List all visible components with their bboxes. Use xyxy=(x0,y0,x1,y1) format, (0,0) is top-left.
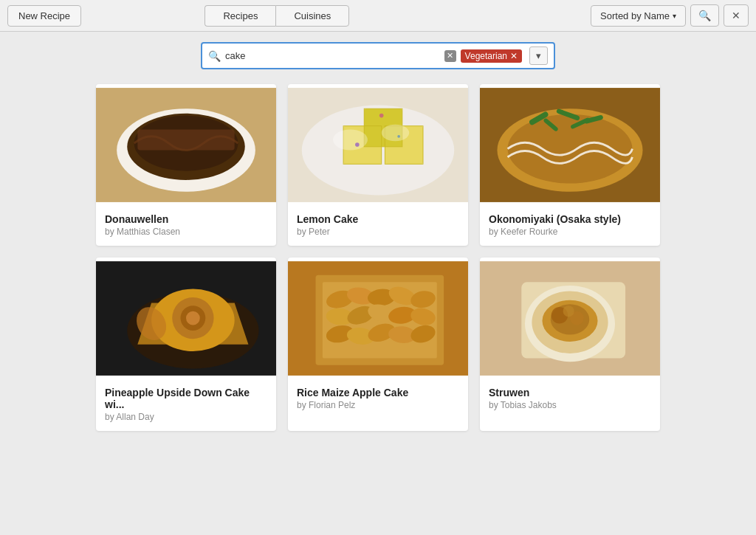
new-recipe-button[interactable]: New Recipe xyxy=(7,5,81,27)
recipe-image-ricemaize xyxy=(288,258,468,379)
recipe-name-ricemaize: Rice Maize Apple Cake xyxy=(297,387,459,398)
recipe-name-okonomiyaki: Okonomiyaki (Osaka style) xyxy=(489,213,651,225)
clear-search-button[interactable]: ✕ xyxy=(444,50,456,62)
recipe-author-ricemaize: by Florian Pelz xyxy=(297,400,459,410)
svg-point-13 xyxy=(333,129,368,150)
tab-recipes[interactable]: Recipes xyxy=(205,5,275,27)
search-bar: 🔍 ✕ Vegetarian ✕ ▾ xyxy=(201,42,555,69)
filter-dropdown-button[interactable]: ▾ xyxy=(529,46,548,65)
search-icon: 🔍 xyxy=(698,10,711,21)
svg-point-15 xyxy=(355,142,360,147)
recipe-name-struwen: Struwen xyxy=(489,387,651,398)
recipe-image-donauwellen xyxy=(96,84,276,206)
recipe-name-pineapple: Pineapple Upside Down Cake wi... xyxy=(105,387,267,410)
close-icon: ✕ xyxy=(732,10,740,21)
toolbar: New Recipe Recipes Cuisines Sorted by Na… xyxy=(0,0,756,32)
recipe-name-donauwellen: Donauwellen xyxy=(105,213,267,225)
svg-point-59 xyxy=(563,306,574,317)
svg-rect-4 xyxy=(137,129,234,150)
chevron-down-icon: ▾ xyxy=(673,12,676,20)
recipe-card-ricemaize[interactable]: Rice Maize Apple Cake by Florian Pelz xyxy=(288,258,468,431)
recipe-author-okonomiyaki: by Keefer Rourke xyxy=(489,227,651,237)
recipe-info-lemoncake: Lemon Cake by Peter xyxy=(288,206,468,246)
filter-tag-remove-button[interactable]: ✕ xyxy=(510,52,518,61)
sort-label: Sorted by Name xyxy=(600,10,670,21)
recipe-image-struwen xyxy=(480,258,660,379)
recipe-image-lemoncake xyxy=(288,84,468,206)
svg-point-14 xyxy=(382,125,410,142)
recipe-image-pineapple xyxy=(96,258,276,379)
recipe-info-struwen: Struwen by Tobias Jakobs xyxy=(480,379,660,419)
svg-point-20 xyxy=(508,114,633,184)
recipe-card-lemoncake[interactable]: Lemon Cake by Peter xyxy=(288,84,468,246)
sort-button[interactable]: Sorted by Name ▾ xyxy=(591,5,686,27)
recipe-info-pineapple: Pineapple Upside Down Cake wi... by Alla… xyxy=(96,379,276,431)
nav-tabs: Recipes Cuisines xyxy=(205,5,349,27)
close-button[interactable]: ✕ xyxy=(724,4,749,27)
recipe-card-struwen[interactable]: Struwen by Tobias Jakobs xyxy=(480,258,660,431)
recipe-image-okonomiyaki xyxy=(480,84,660,206)
filter-tag-label: Vegetarian xyxy=(465,51,507,61)
recipe-author-struwen: by Tobias Jakobs xyxy=(489,400,651,410)
search-button[interactable]: 🔍 xyxy=(690,4,719,27)
recipe-author-lemoncake: by Peter xyxy=(297,227,459,237)
recipe-grid: Donauwellen by Matthias Clasen Lemon Cak… xyxy=(0,77,756,446)
recipe-info-ricemaize: Rice Maize Apple Cake by Florian Pelz xyxy=(288,379,468,419)
search-bar-container: 🔍 ✕ Vegetarian ✕ ▾ xyxy=(0,32,756,77)
recipe-author-pineapple: by Allan Day xyxy=(105,412,267,422)
svg-point-16 xyxy=(397,135,400,138)
filter-tag-vegetarian: Vegetarian ✕ xyxy=(461,49,522,63)
toolbar-right: Sorted by Name ▾ 🔍 ✕ xyxy=(591,4,749,27)
svg-point-31 xyxy=(186,311,200,325)
search-icon: 🔍 xyxy=(208,50,221,62)
recipe-card-pineapple[interactable]: Pineapple Upside Down Cake wi... by Alla… xyxy=(96,258,276,431)
tab-cuisines[interactable]: Cuisines xyxy=(275,5,349,27)
recipe-card-okonomiyaki[interactable]: Okonomiyaki (Osaka style) by Keefer Rour… xyxy=(480,84,660,246)
recipe-card-donauwellen[interactable]: Donauwellen by Matthias Clasen xyxy=(96,84,276,246)
recipe-info-okonomiyaki: Okonomiyaki (Osaka style) by Keefer Rour… xyxy=(480,206,660,246)
recipe-author-donauwellen: by Matthias Clasen xyxy=(105,227,267,237)
search-input[interactable] xyxy=(225,50,440,61)
recipe-name-lemoncake: Lemon Cake xyxy=(297,213,459,225)
recipe-info-donauwellen: Donauwellen by Matthias Clasen xyxy=(96,206,276,246)
svg-point-17 xyxy=(379,114,384,118)
